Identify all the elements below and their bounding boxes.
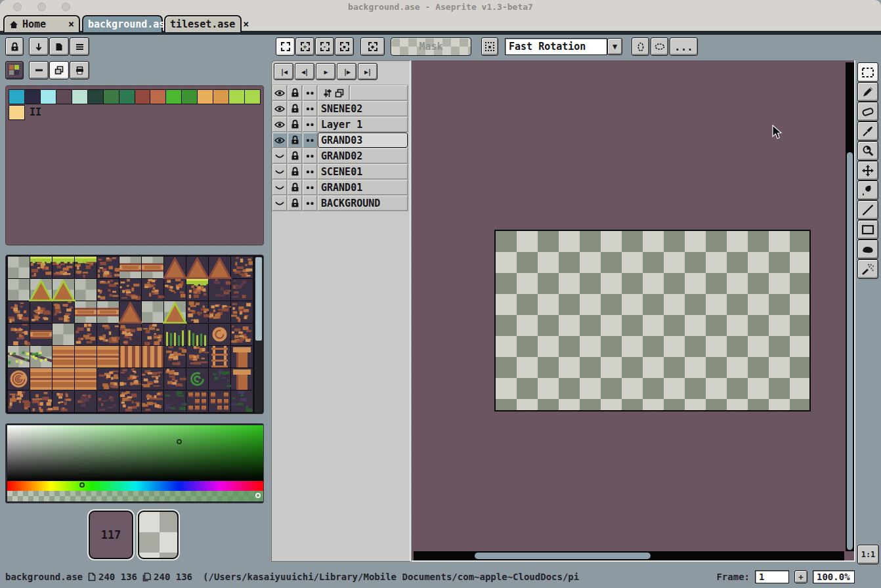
symmetry-horizontal-button[interactable]	[651, 37, 668, 56]
cel-settings-icon[interactable]	[323, 89, 332, 98]
layer-name[interactable]: SNENE02	[318, 101, 408, 116]
layer-continuous-icon[interactable]	[303, 196, 317, 211]
eye-open-icon[interactable]	[272, 133, 287, 148]
tab-close-icon[interactable]: ×	[68, 18, 74, 30]
tiles-mode-button[interactable]	[49, 61, 69, 79]
palette-swatch-10[interactable]	[165, 89, 182, 104]
eye-closed-icon[interactable]	[272, 148, 287, 163]
tab-background-as[interactable]: background.as	[82, 15, 163, 32]
palette-swatch-11[interactable]	[181, 89, 198, 104]
palette-options-button[interactable]	[70, 37, 89, 56]
eraser-tool[interactable]	[857, 102, 878, 121]
palette-swatch-0[interactable]	[9, 89, 25, 104]
palette-swatch-7[interactable]	[119, 89, 135, 104]
replace-selection-button[interactable]	[276, 37, 295, 56]
tab-tileset-ase[interactable]: tileset.ase×	[164, 15, 242, 32]
foreground-color-swatch[interactable]: 117	[89, 511, 133, 559]
layer-continuous-icon[interactable]	[303, 148, 317, 163]
palette-swatch-12[interactable]	[197, 89, 213, 104]
list-mode-button[interactable]	[29, 61, 49, 79]
layer-continuous-icon[interactable]	[303, 133, 317, 148]
eye-closed-icon[interactable]	[272, 180, 287, 195]
next-frame-button[interactable]: |▶	[337, 63, 356, 80]
tab-home[interactable]: Home×	[3, 15, 80, 32]
eye-closed-icon[interactable]	[272, 196, 287, 211]
jumble-tool[interactable]	[857, 259, 878, 279]
tab-close-icon[interactable]: ×	[243, 18, 249, 30]
hue-marker[interactable]	[79, 482, 85, 488]
saturation-value-box[interactable]	[7, 425, 263, 481]
contour-tool[interactable]	[857, 240, 878, 259]
rotation-algorithm-value[interactable]: Fast Rotation	[505, 38, 607, 55]
rectangle-tool[interactable]	[857, 220, 878, 240]
layer-lock-icon[interactable]	[288, 148, 302, 163]
lock-column-icon[interactable]	[288, 85, 302, 100]
play-button[interactable]: ▶	[316, 63, 335, 80]
pencil-tool[interactable]	[857, 82, 878, 102]
continuous-column-icon[interactable]	[303, 85, 317, 100]
layer-lock-icon[interactable]	[288, 133, 302, 148]
sprite-canvas[interactable]	[494, 230, 811, 411]
layer-name[interactable]: GRAND01	[318, 180, 408, 195]
layer-lock-icon[interactable]	[288, 117, 302, 132]
visibility-column-icon[interactable]	[272, 85, 287, 100]
palette-presets-button[interactable]	[49, 37, 69, 56]
alpha-bar[interactable]	[7, 491, 263, 501]
canvas-vscrollbar-thumb[interactable]	[847, 152, 853, 550]
palette-swatch-14[interactable]	[228, 89, 245, 104]
hue-bar[interactable]	[7, 481, 263, 491]
mask-button[interactable]: Mask	[391, 37, 471, 56]
layer-continuous-icon[interactable]	[303, 117, 317, 132]
rotation-algorithm-dropdown-button[interactable]: ▼	[607, 38, 622, 55]
last-frame-button[interactable]: ▶|	[358, 63, 377, 80]
palette-swatch-4[interactable]	[72, 89, 88, 104]
pivot-button[interactable]: ◆	[360, 37, 385, 56]
add-selection-button[interactable]: +	[295, 37, 314, 56]
tileset-thumbnail-button[interactable]	[5, 61, 24, 79]
canvas-viewport[interactable]	[412, 60, 855, 562]
palette-swatch-3[interactable]	[56, 89, 72, 104]
zoom-tool[interactable]	[857, 141, 878, 161]
layer-lock-icon[interactable]	[288, 101, 302, 116]
duplicate-layer-icon[interactable]	[335, 89, 344, 98]
layer-lock-icon[interactable]	[288, 164, 302, 179]
eye-open-icon[interactable]	[272, 101, 287, 116]
paint-bucket-tool[interactable]	[857, 180, 878, 200]
layer-name[interactable]: GRAND02	[318, 148, 408, 163]
sv-marker[interactable]	[177, 439, 182, 444]
palette-swatch-15[interactable]	[244, 89, 261, 104]
move-tool[interactable]	[857, 161, 878, 180]
layer-name[interactable]: BACKGROUND	[318, 196, 408, 211]
layer-continuous-icon[interactable]	[303, 164, 317, 179]
prev-frame-button[interactable]: ◀|	[295, 63, 314, 80]
canvas-hscrollbar-thumb[interactable]	[475, 553, 651, 559]
layer-name[interactable]: SCENE01	[318, 164, 408, 179]
frame-number-field[interactable]: 1	[755, 570, 789, 583]
subtract-selection-button[interactable]: -	[315, 37, 334, 56]
palette-lock-button[interactable]	[5, 37, 24, 56]
palette-swatch-8[interactable]	[135, 89, 151, 104]
first-frame-button[interactable]: |◀	[274, 63, 293, 80]
background-color-swatch[interactable]	[138, 511, 179, 559]
frame-increment-button[interactable]: +	[794, 570, 807, 583]
palette-swatch-extra[interactable]	[9, 105, 25, 120]
intersect-selection-button[interactable]: ▪	[335, 37, 354, 56]
palette-sort-button[interactable]	[29, 37, 49, 56]
eyedropper-tool[interactable]	[857, 121, 878, 141]
tileset-grid[interactable]	[8, 257, 253, 413]
grid-settings-button[interactable]: ▪	[481, 37, 498, 56]
eye-open-icon[interactable]	[272, 117, 287, 132]
more-options-button[interactable]: ...	[670, 37, 698, 56]
zoom-reset-button[interactable]: 1:1	[857, 545, 879, 564]
rectangular-marquee-tool[interactable]	[857, 62, 878, 82]
palette-swatch-1[interactable]	[24, 89, 41, 104]
zoom-level-field[interactable]: 100.0%	[813, 570, 855, 583]
layer-lock-icon[interactable]	[288, 180, 302, 195]
layer-name[interactable]: Layer 1	[318, 117, 408, 132]
palette-swatch-13[interactable]	[213, 89, 229, 104]
palette-swatch-2[interactable]	[40, 89, 56, 104]
layer-continuous-icon[interactable]	[303, 180, 317, 195]
layer-lock-icon[interactable]	[288, 196, 302, 211]
symmetry-vertical-button[interactable]	[632, 37, 649, 56]
tileset-scrollbar-thumb[interactable]	[255, 257, 262, 341]
